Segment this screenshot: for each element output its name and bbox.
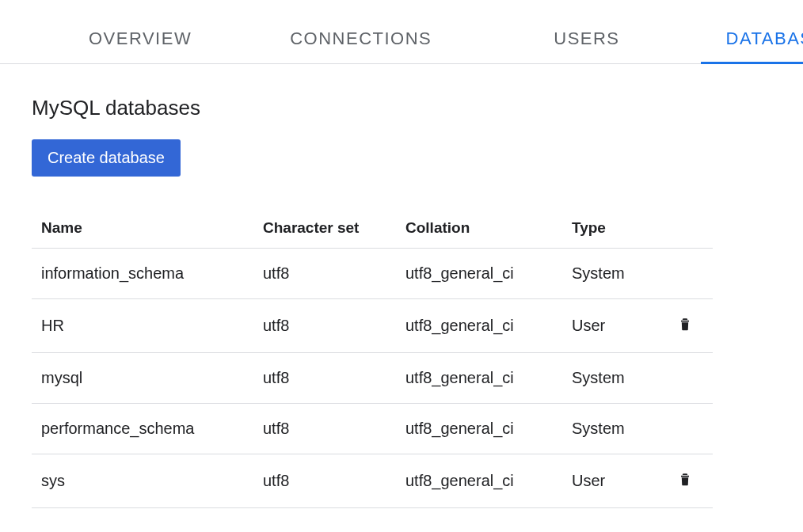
header-action (657, 208, 713, 249)
cell-charset: utf8 (253, 299, 396, 353)
content-area: MySQL databases Create database Name Cha… (0, 64, 803, 508)
tab-users[interactable]: USERS (528, 16, 645, 63)
create-database-button[interactable]: Create database (32, 139, 181, 177)
cell-type: User (562, 454, 657, 508)
delete-icon[interactable] (677, 315, 693, 332)
header-collation: Collation (396, 208, 562, 249)
cell-charset: utf8 (253, 404, 396, 454)
tabs-bar: OVERVIEW CONNECTIONS USERS DATABASES (0, 16, 803, 64)
cell-action (657, 353, 713, 404)
cell-type: System (562, 353, 657, 404)
cell-collation: utf8_general_ci (396, 299, 562, 353)
cell-collation: utf8_general_ci (396, 454, 562, 508)
tab-connections[interactable]: CONNECTIONS (264, 16, 457, 63)
cell-name: sys (32, 454, 253, 508)
delete-icon[interactable] (677, 470, 693, 488)
header-name: Name (32, 208, 253, 249)
tab-databases[interactable]: DATABASES (701, 16, 803, 63)
cell-action (657, 299, 713, 353)
header-charset: Character set (253, 208, 396, 249)
cell-charset: utf8 (253, 353, 396, 404)
table-row: sysutf8utf8_general_ciUser (32, 454, 713, 508)
cell-type: System (562, 249, 657, 299)
section-title: MySQL databases (32, 96, 771, 120)
cell-type: User (562, 299, 657, 353)
cell-action (657, 454, 713, 508)
cell-name: performance_schema (32, 404, 253, 454)
tab-overview[interactable]: OVERVIEW (63, 16, 217, 63)
table-row: information_schemautf8utf8_general_ciSys… (32, 249, 713, 299)
cell-collation: utf8_general_ci (396, 404, 562, 454)
table-row: mysqlutf8utf8_general_ciSystem (32, 353, 713, 404)
cell-charset: utf8 (253, 249, 396, 299)
cell-collation: utf8_general_ci (396, 353, 562, 404)
cell-name: mysql (32, 353, 253, 404)
cell-name: information_schema (32, 249, 253, 299)
cell-action (657, 404, 713, 454)
cell-name: HR (32, 299, 253, 353)
table-row: HRutf8utf8_general_ciUser (32, 299, 713, 353)
cell-action (657, 249, 713, 299)
header-type: Type (562, 208, 657, 249)
table-row: performance_schemautf8utf8_general_ciSys… (32, 404, 713, 454)
cell-collation: utf8_general_ci (396, 249, 562, 299)
databases-table: Name Character set Collation Type inform… (32, 208, 713, 508)
table-header-row: Name Character set Collation Type (32, 208, 713, 249)
cell-charset: utf8 (253, 454, 396, 508)
cell-type: System (562, 404, 657, 454)
